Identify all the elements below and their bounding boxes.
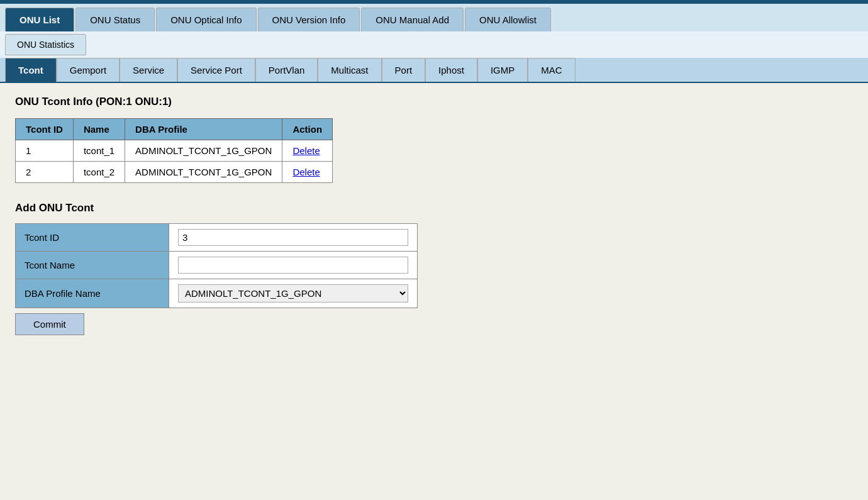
tab-primary-onu-manual-add[interactable]: ONU Manual Add (361, 8, 464, 31)
form-input-0[interactable] (178, 229, 408, 246)
tab-primary-onu-status[interactable]: ONU Status (75, 8, 155, 31)
form-label-2: DBA Profile Name (16, 279, 169, 308)
add-form-row: Tcont Name (16, 252, 418, 279)
form-input-cell-2: ADMINOLT_TCONT_1G_GPON (169, 279, 417, 308)
cell-name: tcont_2 (73, 162, 125, 183)
tab-primary-onu-version-info[interactable]: ONU Version Info (258, 8, 360, 31)
table-header: Name (73, 119, 125, 140)
delete-action[interactable]: Delete (282, 140, 333, 162)
cell-tcont_id: 1 (16, 140, 74, 162)
sub-tab-mac[interactable]: MAC (528, 58, 575, 82)
add-form-row: DBA Profile NameADMINOLT_TCONT_1G_GPON (16, 279, 418, 308)
sub-tab-portvlan[interactable]: PortVlan (255, 58, 318, 82)
table-header: Action (282, 119, 333, 140)
form-select-2[interactable]: ADMINOLT_TCONT_1G_GPON (178, 284, 408, 303)
sub-tab-multicast[interactable]: Multicast (318, 58, 381, 82)
sub-tab-gemport[interactable]: Gemport (57, 58, 120, 82)
cell-dba_profile: ADMINOLT_TCONT_1G_GPON (125, 162, 282, 183)
sub-tab-tcont[interactable]: Tcont (5, 58, 57, 82)
form-label-0: Tcont ID (16, 224, 169, 252)
form-input-cell-0 (169, 224, 417, 252)
table-header: DBA Profile (125, 119, 282, 140)
table-header: Tcont ID (16, 119, 74, 140)
tab-primary-onu-optical-info[interactable]: ONU Optical Info (156, 8, 256, 31)
cell-tcont_id: 2 (16, 162, 74, 183)
form-input-1[interactable] (178, 257, 408, 274)
add-section-title: Add ONU Tcont (15, 202, 853, 214)
form-label-1: Tcont Name (16, 252, 169, 279)
sub-tab-port[interactable]: Port (382, 58, 426, 82)
cell-name: tcont_1 (73, 140, 125, 162)
table-row: 1tcont_1ADMINOLT_TCONT_1G_GPONDelete (16, 140, 333, 162)
sub-tab-service[interactable]: Service (120, 58, 177, 82)
sub-tab-iphost[interactable]: Iphost (425, 58, 477, 82)
primary-tab-nav: ONU ListONU StatusONU Optical InfoONU Ve… (0, 4, 868, 31)
tab-primary-onu-list[interactable]: ONU List (5, 8, 74, 31)
tab-primary-onu-allowlist[interactable]: ONU Allowlist (465, 8, 551, 31)
delete-action[interactable]: Delete (282, 162, 333, 183)
add-form-row: Tcont ID (16, 224, 418, 252)
table-row: 2tcont_2ADMINOLT_TCONT_1G_GPONDelete (16, 162, 333, 183)
add-form-table: Tcont IDTcont NameDBA Profile NameADMINO… (15, 223, 418, 308)
tcont-info-table: Tcont IDNameDBA ProfileAction 1tcont_1AD… (15, 118, 333, 183)
secondary-tab-row: ONU Statistics (0, 31, 868, 58)
sub-tab-service-port[interactable]: Service Port (177, 58, 255, 82)
sub-tab-igmp[interactable]: IGMP (477, 58, 528, 82)
cell-dba_profile: ADMINOLT_TCONT_1G_GPON (125, 140, 282, 162)
content-area: ONU Tcont Info (PON:1 ONU:1) Tcont IDNam… (0, 83, 868, 460)
sub-tab-nav: TcontGemportServiceService PortPortVlanM… (0, 58, 868, 83)
form-input-cell-1 (169, 252, 417, 279)
tab-secondary-onu-statistics[interactable]: ONU Statistics (5, 34, 86, 55)
section-title: ONU Tcont Info (PON:1 ONU:1) (15, 96, 853, 108)
commit-button[interactable]: Commit (15, 313, 84, 335)
